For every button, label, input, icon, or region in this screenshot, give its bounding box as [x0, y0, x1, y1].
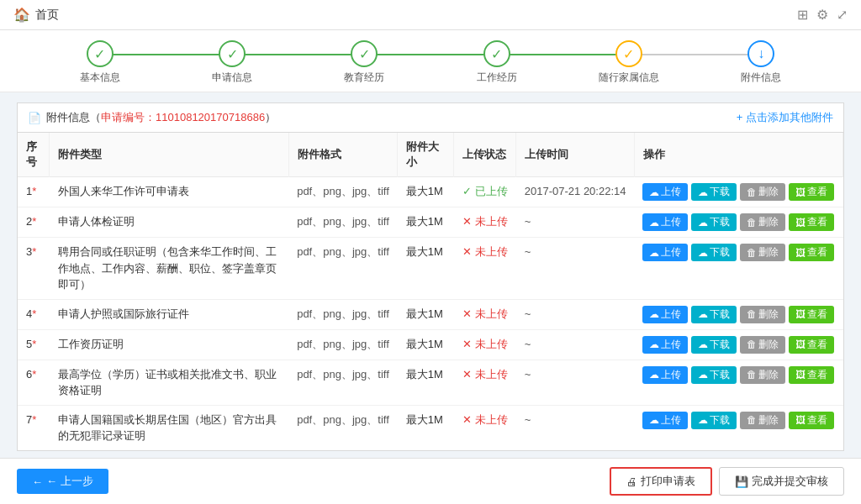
row-size: 最大1M [398, 207, 454, 238]
status-not-uploaded: ✕未上传 [462, 306, 508, 323]
required-star: * [32, 307, 36, 320]
step-label-basic: 基本信息 [80, 71, 120, 85]
step-label-apply: 申请信息 [212, 71, 252, 85]
add-attachment-link[interactable]: + 点击添加其他附件 [737, 110, 833, 125]
view-button-icon: 🖼 [795, 414, 806, 426]
section-id: 申请编号：110108120170718686 [101, 111, 265, 123]
step-education: ✓ 教育经历 [298, 40, 430, 85]
view-button[interactable]: 🖼查看 [789, 366, 834, 384]
row-actions: ☁上传☁下载🗑删除🖼查看 [634, 405, 843, 450]
upload-button-icon: ☁ [649, 186, 659, 198]
download-button[interactable]: ☁下载 [691, 412, 737, 429]
upload-button[interactable]: ☁上传 [642, 183, 688, 201]
row-type: 申请人国籍国或长期居住国（地区）官方出具的无犯罪记录证明 [50, 405, 288, 450]
delete-button-icon: 🗑 [747, 186, 757, 198]
status-not-uploaded: ✕未上传 [462, 412, 508, 428]
plus-icon: + [737, 111, 743, 123]
add-link-text: 点击添加其他附件 [746, 111, 833, 123]
table-row: 3*聘用合同或任职证明（包含来华工作时间、工作地点、工作内容、薪酬、职位、签字盖… [18, 238, 843, 300]
status-not-uploaded: ✕未上传 [462, 213, 508, 230]
col-status: 上传状态 [454, 133, 516, 177]
prev-button[interactable]: ← ← 上一步 [17, 469, 108, 494]
row-time: ~ [516, 360, 635, 405]
view-button-icon: 🖼 [795, 217, 806, 228]
delete-button[interactable]: 🗑删除 [740, 336, 785, 354]
print-button[interactable]: 🖨 打印申请表 [610, 467, 712, 496]
download-button[interactable]: ☁下载 [691, 213, 737, 231]
upload-button[interactable]: ☁上传 [642, 213, 688, 231]
row-status: ✕未上传 [454, 207, 516, 238]
upload-button[interactable]: ☁上传 [642, 412, 688, 429]
view-button[interactable]: 🖼查看 [789, 244, 834, 261]
upload-button-icon: ☁ [649, 217, 659, 228]
step-circle-family: ✓ [615, 40, 642, 67]
row-status: ✕未上传 [454, 238, 516, 300]
view-button[interactable]: 🖼查看 [789, 306, 834, 323]
row-time: ~ [516, 207, 635, 238]
delete-button[interactable]: 🗑删除 [740, 213, 785, 231]
settings-icon[interactable]: ⚙ [816, 7, 828, 23]
row-format: pdf、png、jpg、tiff [288, 177, 398, 207]
row-time: ~ [516, 405, 635, 450]
section-header: 📄 附件信息（申请编号：110108120170718686） + 点击添加其他… [17, 102, 844, 133]
row-num: 6* [18, 360, 50, 405]
delete-button[interactable]: 🗑删除 [740, 183, 785, 201]
row-type: 工作资历证明 [50, 329, 288, 360]
col-actions: 操作 [634, 133, 843, 177]
download-button[interactable]: ☁下载 [691, 366, 737, 384]
view-button[interactable]: 🖼查看 [789, 183, 834, 201]
print-label: 打印申请表 [641, 474, 695, 489]
view-button[interactable]: 🖼查看 [789, 412, 834, 429]
row-num: 3* [18, 238, 50, 300]
delete-button-icon: 🗑 [747, 414, 757, 426]
prev-label: ← 上一步 [46, 474, 93, 489]
view-button-icon: 🖼 [795, 339, 806, 350]
upload-button[interactable]: ☁上传 [642, 336, 688, 354]
home-link[interactable]: 🏠 首页 [13, 7, 59, 23]
delete-button[interactable]: 🗑删除 [740, 244, 785, 261]
row-status: ✕未上传 [454, 299, 516, 329]
row-actions: ☁上传☁下载🗑删除🖼查看 [634, 299, 843, 329]
status-text: 未上传 [475, 306, 508, 323]
row-num: 2* [18, 207, 50, 238]
download-button[interactable]: ☁下载 [691, 336, 737, 354]
delete-button[interactable]: 🗑删除 [740, 366, 785, 384]
layout-icon[interactable]: ⊞ [797, 7, 808, 23]
upload-button[interactable]: ☁上传 [642, 244, 688, 261]
delete-button[interactable]: 🗑删除 [740, 412, 785, 429]
upload-button[interactable]: ☁上传 [642, 366, 688, 384]
row-num: 1* [18, 177, 50, 207]
delete-button[interactable]: 🗑删除 [740, 306, 785, 323]
download-button[interactable]: ☁下载 [691, 183, 737, 201]
top-bar-actions: ⊞ ⚙ ⤢ [797, 7, 848, 23]
view-button-icon: 🖼 [795, 369, 806, 381]
attachments-table: 序号 附件类型 附件格式 附件大小 上传状态 上传时间 操作 1*外国人来华工作… [18, 133, 843, 450]
view-button[interactable]: 🖼查看 [789, 336, 834, 354]
submit-button[interactable]: 💾 完成并提交审核 [719, 467, 844, 496]
expand-icon[interactable]: ⤢ [837, 7, 848, 23]
upload-button-icon: ☁ [649, 247, 659, 259]
attachments-table-container: 序号 附件类型 附件格式 附件大小 上传状态 上传时间 操作 1*外国人来华工作… [17, 133, 844, 451]
download-button-icon: ☁ [698, 217, 708, 228]
col-type: 附件类型 [50, 133, 288, 177]
check-icon: ✓ [462, 183, 472, 200]
row-actions: ☁上传☁下载🗑删除🖼查看 [634, 238, 843, 300]
col-time: 上传时间 [516, 133, 635, 177]
status-text: 未上传 [475, 244, 508, 260]
status-not-uploaded: ✕未上传 [462, 244, 508, 260]
table-header-row: 序号 附件类型 附件格式 附件大小 上传状态 上传时间 操作 [18, 133, 843, 177]
action-buttons: ☁上传☁下载🗑删除🖼查看 [642, 306, 834, 323]
download-button[interactable]: ☁下载 [691, 244, 737, 261]
table-row: 2*申请人体检证明pdf、png、jpg、tiff最大1M✕未上传~☁上传☁下载… [18, 207, 843, 238]
upload-button[interactable]: ☁上传 [642, 306, 688, 323]
step-circle-apply: ✓ [219, 40, 246, 67]
upload-button-icon: ☁ [649, 308, 659, 320]
download-button[interactable]: ☁下载 [691, 306, 737, 323]
home-icon: 🏠 [13, 7, 30, 23]
row-format: pdf、png、jpg、tiff [288, 207, 398, 238]
row-num: 4* [18, 299, 50, 329]
action-buttons: ☁上传☁下载🗑删除🖼查看 [642, 366, 834, 384]
steps-bar: ✓ 基本信息 ✓ 申请信息 ✓ 教育经历 ✓ 工作经历 ✓ 随行家属信息 ↓ 附… [0, 30, 861, 92]
step-label-education: 教育经历 [344, 71, 384, 85]
view-button[interactable]: 🖼查看 [789, 213, 834, 231]
